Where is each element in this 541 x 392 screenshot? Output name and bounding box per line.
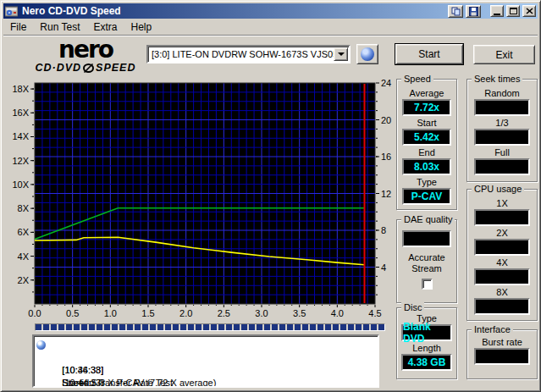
cpu-1x-value <box>474 209 530 226</box>
test-progress-bar <box>35 323 385 331</box>
svg-text:2.0: 2.0 <box>179 308 192 318</box>
drive-select[interactable]: [3:0] LITE-ON DVDRW SOHW-1673S VJS05 <box>146 45 351 63</box>
log-line: [10:44:33] Elapsed Time: 8:20 <box>36 364 376 377</box>
maximize-button[interactable] <box>506 5 520 17</box>
speed-panel: Speed Average 7.72x Start 5.42x End 8.03… <box>396 79 457 210</box>
log-line: [10:44:33] Speed:5-8 X P-CAV (7.72 X ave… <box>36 351 376 364</box>
cpu-4x-value <box>474 268 530 285</box>
close-button[interactable] <box>522 5 536 17</box>
nero-logo-text: nero <box>22 38 149 62</box>
logo-disc-icon <box>83 63 94 73</box>
svg-text:4X: 4X <box>18 251 30 262</box>
disc-icon <box>361 47 374 61</box>
log-line: [10:36:38] Starting Transfer Rate Test <box>36 339 376 351</box>
nero-logo: nero CD·DVD SPEED <box>22 38 149 74</box>
minimize-icon <box>494 14 500 15</box>
cpu-8x-value <box>474 298 530 315</box>
svg-text:16X: 16X <box>12 108 29 118</box>
svg-text:6X: 6X <box>18 227 30 237</box>
close-icon <box>526 8 533 14</box>
accurate-stream-checkbox[interactable] <box>422 279 433 290</box>
test-progress-fill <box>36 324 384 330</box>
dae-quality-panel: DAE quality Accurate Stream <box>396 219 457 303</box>
disc-length-label: Length <box>412 343 441 354</box>
titlebar[interactable]: Nero CD-DVD Speed <box>3 3 538 19</box>
interface-panel: Interface Burst rate <box>466 329 538 379</box>
svg-text:2X: 2X <box>18 275 30 285</box>
chevron-down-icon <box>338 52 345 56</box>
svg-text:14X: 14X <box>12 131 29 141</box>
svg-text:12: 12 <box>381 189 391 199</box>
copy-to-clipboard-button[interactable] <box>448 5 463 18</box>
transfer-rate-chart: 0.00.51.01.52.02.53.03.54.04.52X4X6X8X10… <box>1 75 392 324</box>
dae-quality-value <box>402 230 451 247</box>
accurate-stream-label-line2: Stream <box>397 263 456 274</box>
log-time: [10:44:33] <box>62 377 114 388</box>
svg-text:1.5: 1.5 <box>141 308 154 318</box>
svg-text:1.0: 1.0 <box>104 308 117 318</box>
seek-times-panel-title: Seek times <box>472 74 522 84</box>
cpu-4x-label: 4X <box>496 257 507 268</box>
start-button-label: Start <box>418 48 439 60</box>
svg-text:18X: 18X <box>12 84 29 94</box>
svg-text:10X: 10X <box>12 179 29 190</box>
start-button[interactable]: Start <box>395 44 463 64</box>
disc-panel: Disc Type Blank DVD Length 4.38 GB <box>396 307 457 379</box>
app-window: Nero CD-DVD Speed File Run Test <box>0 0 541 392</box>
speed-start-value: 5.42x <box>402 129 451 146</box>
app-icon <box>5 5 18 17</box>
minimize-button[interactable] <box>490 5 504 17</box>
interface-panel-title: Interface <box>472 324 513 334</box>
seek-third-value <box>474 129 530 146</box>
drive-select-value: [3:0] LITE-ON DVDRW SOHW-1673S VJS05 <box>148 49 334 59</box>
disc-type-value: Blank DVD <box>401 324 452 341</box>
menu-run-test[interactable]: Run Test <box>33 19 86 35</box>
logo-cddvd-text: CD·DVD <box>36 63 82 74</box>
menu-file[interactable]: File <box>3 19 33 35</box>
seek-random-value <box>474 99 530 116</box>
exit-button[interactable]: Exit <box>473 45 535 64</box>
cpu-2x-value <box>474 239 530 256</box>
burst-rate-value <box>474 348 530 365</box>
speed-average-label: Average <box>410 88 444 99</box>
cpu-usage-panel-title: CPU usage <box>472 184 524 194</box>
copy-icon <box>451 7 461 16</box>
burst-rate-label: Burst rate <box>482 337 522 348</box>
status-log[interactable]: [10:36:38] Starting Transfer Rate Test [… <box>32 334 379 388</box>
cpu-8x-label: 8X <box>496 287 507 298</box>
logo-speed-text: SPEED <box>96 63 135 74</box>
cpu-1x-label: 1X <box>496 198 507 209</box>
disc-panel-title: Disc <box>401 302 424 312</box>
menu-help[interactable]: Help <box>124 19 159 35</box>
svg-text:4.0: 4.0 <box>331 308 344 318</box>
log-disc-icon <box>36 340 46 350</box>
drive-select-arrow-button[interactable] <box>334 47 348 61</box>
save-icon <box>469 7 478 16</box>
svg-text:8X: 8X <box>18 203 30 213</box>
svg-text:12X: 12X <box>12 156 29 166</box>
maximize-icon <box>510 8 517 14</box>
window-title: Nero CD-DVD Speed <box>22 5 445 17</box>
svg-text:3.0: 3.0 <box>255 308 268 318</box>
speed-type-label: Type <box>417 177 437 188</box>
svg-text:3.5: 3.5 <box>293 308 306 318</box>
svg-text:4.5: 4.5 <box>368 308 381 318</box>
svg-text:16: 16 <box>381 152 391 162</box>
disc-info-button[interactable] <box>356 44 378 64</box>
speed-average-value: 7.72x <box>402 99 451 116</box>
svg-text:20: 20 <box>381 115 391 125</box>
menu-extra[interactable]: Extra <box>86 19 124 35</box>
accurate-stream-label-line1: Accurate <box>397 252 456 263</box>
speed-type-value: P-CAV <box>402 188 451 205</box>
save-button[interactable] <box>466 5 481 18</box>
speed-end-label: End <box>418 147 435 158</box>
seek-full-label: Full <box>494 147 510 158</box>
svg-text:0.0: 0.0 <box>28 308 41 318</box>
svg-text:2.5: 2.5 <box>218 308 230 318</box>
svg-text:4: 4 <box>381 262 386 273</box>
svg-text:0.5: 0.5 <box>66 308 79 318</box>
seek-random-label: Random <box>484 88 520 99</box>
dae-quality-panel-title: DAE quality <box>401 214 455 224</box>
seek-full-value <box>474 158 530 175</box>
exit-button-label: Exit <box>495 49 512 61</box>
